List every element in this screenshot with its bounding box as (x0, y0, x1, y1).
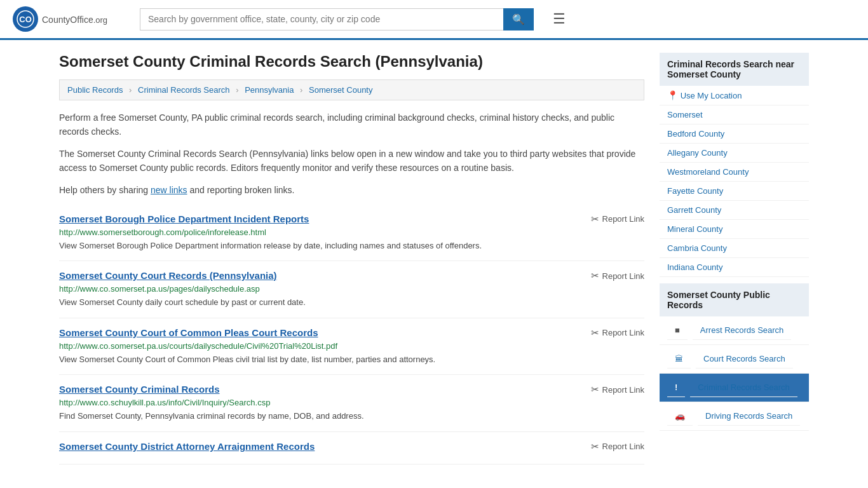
main-container: Somerset County Criminal Records Search … (46, 40, 822, 477)
court-records-search-link[interactable]: 🏛 Court Records Search (660, 345, 809, 374)
header: CO CountyOffice.org 🔍 ☰ (0, 0, 868, 40)
search-button[interactable]: 🔍 (503, 8, 534, 30)
report-link-button[interactable]: ✂ Report Link (591, 384, 644, 395)
list-item: Cambria County (660, 239, 809, 258)
logo-icon: CO (13, 6, 38, 32)
logo-text: CountyOffice.org (42, 13, 107, 26)
record-desc: Find Somerset County, Pennsylvania crimi… (59, 410, 644, 423)
sidebar: Criminal Records Search near Somerset Co… (660, 53, 809, 464)
description-1: Perform a free Somerset County, PA publi… (59, 111, 644, 139)
public-records-list: ■ Arrest Records Search 🏛 Court Records … (660, 316, 809, 431)
arrest-icon: ■ (667, 321, 688, 340)
new-links[interactable]: new links (151, 185, 187, 195)
record-url: http://www.somersetborough.com/police/in… (59, 227, 644, 237)
nearby-header: Criminal Records Search near Somerset Co… (660, 53, 809, 86)
report-link-button[interactable]: ✂ Report Link (591, 270, 644, 281)
page-title: Somerset County Criminal Records Search … (59, 53, 644, 71)
record-desc: View Somerset County daily court schedul… (59, 296, 644, 309)
record-item: Somerset County District Attorney Arraig… (59, 432, 644, 464)
mineral-county-link[interactable]: Mineral County (660, 220, 809, 239)
report-icon: ✂ (591, 214, 599, 225)
bedford-county-link[interactable]: Bedford County (660, 125, 809, 144)
list-item: 🏛 Court Records Search (660, 345, 809, 374)
record-title[interactable]: Somerset Borough Police Department Incid… (59, 214, 309, 224)
list-item: Indiana County (660, 258, 809, 277)
use-my-location-link[interactable]: 📍 Use My Location (660, 86, 809, 105)
record-item: Somerset County Court Records (Pennsylva… (59, 261, 644, 318)
logo-area: CO CountyOffice.org (13, 6, 127, 32)
breadcrumb: Public Records › Criminal Records Search… (59, 79, 644, 100)
breadcrumb-pennsylvania[interactable]: Pennsylvania (245, 85, 294, 95)
record-title[interactable]: Somerset County Criminal Records (59, 384, 220, 395)
westmoreland-county-link[interactable]: Westmoreland County (660, 163, 809, 182)
list-item: Somerset (660, 105, 809, 125)
breadcrumb-public-records[interactable]: Public Records (67, 85, 123, 95)
report-link-button[interactable]: ✂ Report Link (591, 327, 644, 339)
description-3: Help others by sharing new links and rep… (59, 183, 644, 197)
records-list: Somerset Borough Police Department Incid… (59, 205, 644, 464)
record-item: Somerset County Court of Common Pleas Co… (59, 318, 644, 376)
content: Somerset County Criminal Records Search … (59, 53, 644, 464)
record-url: http://www.co.somerset.pa.us/pages/daily… (59, 284, 644, 294)
report-icon: ✂ (591, 270, 599, 281)
somerset-link[interactable]: Somerset (660, 105, 809, 125)
report-icon: ✂ (591, 327, 599, 339)
record-title[interactable]: Somerset County District Attorney Arraig… (59, 441, 315, 452)
list-item: Allegany County (660, 144, 809, 163)
court-icon: 🏛 (667, 349, 691, 369)
menu-button[interactable]: ☰ (553, 11, 566, 27)
report-icon: ✂ (591, 441, 599, 452)
arrest-records-search-link[interactable]: ■ Arrest Records Search (660, 316, 809, 345)
public-records-header: Somerset County Public Records (660, 283, 809, 316)
criminal-records-search-link[interactable]: ! Criminal Records Search (660, 374, 809, 402)
location-icon: 📍 (667, 90, 678, 100)
record-desc: View Somerset Borough Police Department … (59, 240, 644, 252)
list-item: Garrett County (660, 201, 809, 220)
nearby-section: Criminal Records Search near Somerset Co… (660, 53, 809, 277)
hamburger-icon: ☰ (553, 11, 566, 27)
cambria-county-link[interactable]: Cambria County (660, 239, 809, 258)
list-item: Fayette County (660, 182, 809, 201)
list-item: Westmoreland County (660, 163, 809, 182)
garrett-county-link[interactable]: Garrett County (660, 201, 809, 220)
driving-records-search-link[interactable]: 🚗 Driving Records Search (660, 402, 809, 431)
breadcrumb-somerset-county[interactable]: Somerset County (309, 85, 372, 95)
report-link-button[interactable]: ✂ Report Link (591, 441, 644, 452)
search-icon: 🔍 (512, 14, 525, 25)
allegany-county-link[interactable]: Allegany County (660, 144, 809, 163)
public-records-section: Somerset County Public Records ■ Arrest … (660, 283, 809, 431)
list-item: ■ Arrest Records Search (660, 316, 809, 345)
description-2: The Somerset County Criminal Records Sea… (59, 147, 644, 175)
indiana-county-link[interactable]: Indiana County (660, 258, 809, 277)
list-item: Mineral County (660, 220, 809, 239)
search-input[interactable] (140, 8, 503, 30)
record-desc: View Somerset County Court of Common Ple… (59, 353, 644, 366)
report-link-button[interactable]: ✂ Report Link (591, 214, 644, 225)
fayette-county-link[interactable]: Fayette County (660, 182, 809, 201)
nearby-list: 📍 Use My Location Somerset Bedford Count… (660, 86, 809, 277)
report-icon: ✂ (591, 384, 599, 395)
list-item-active: ! Criminal Records Search (660, 374, 809, 402)
record-item: Somerset County Criminal Records ✂ Repor… (59, 375, 644, 432)
criminal-icon: ! (667, 378, 685, 397)
list-item: Bedford County (660, 125, 809, 144)
record-title[interactable]: Somerset County Court of Common Pleas Co… (59, 327, 318, 338)
record-url: http://www.co.schuylkill.pa.us/info/Civi… (59, 398, 644, 407)
record-title[interactable]: Somerset County Court Records (Pennsylva… (59, 270, 277, 281)
driving-icon: 🚗 (667, 407, 693, 426)
record-item: Somerset Borough Police Department Incid… (59, 205, 644, 262)
breadcrumb-criminal-records-search[interactable]: Criminal Records Search (138, 85, 230, 95)
list-item: 📍 Use My Location (660, 86, 809, 105)
record-url: http://www.co.somerset.pa.us/courts/dail… (59, 341, 644, 351)
search-bar-container: 🔍 (140, 8, 534, 30)
svg-text:CO: CO (19, 15, 32, 24)
list-item: 🚗 Driving Records Search (660, 402, 809, 431)
